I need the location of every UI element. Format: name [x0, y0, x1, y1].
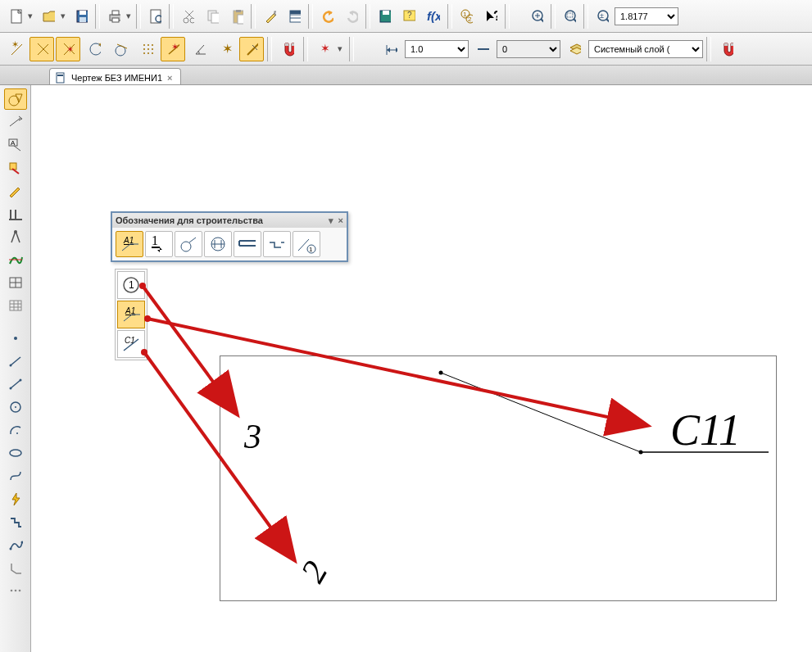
svg-text:1: 1 — [129, 279, 134, 291]
tab-close-button[interactable]: × — [167, 73, 172, 83]
document-tab[interactable]: Чертеж БЕЗ ИМЕНИ1 × — [49, 68, 181, 84]
disk-manager-button[interactable] — [372, 4, 397, 29]
panel-minimize-icon[interactable]: ▾ — [329, 215, 333, 226]
undo-button[interactable] — [315, 4, 339, 29]
open-dropdown[interactable]: ▾ — [61, 11, 69, 21]
line-tool-button[interactable] — [4, 351, 27, 372]
cut-button[interactable] — [175, 4, 200, 29]
snap-point-dropdown[interactable]: ▾ — [338, 43, 346, 54]
paste-button[interactable] — [225, 4, 249, 29]
copy-button[interactable] — [200, 4, 225, 29]
geometry-group-button[interactable] — [4, 88, 27, 110]
line-type-select[interactable]: 0 — [497, 40, 560, 58]
mark-a1-button[interactable]: A1 — [116, 231, 143, 257]
flyout-c1-button[interactable]: C1 — [117, 330, 145, 358]
mark-level-button[interactable]: 1 — [145, 231, 173, 257]
zoom-inout-button[interactable]: ± — [590, 4, 615, 29]
ellipse-tool-button[interactable] — [4, 442, 27, 464]
svg-line-138 — [124, 315, 132, 321]
svg-text:±: ± — [600, 11, 604, 20]
dimension-group-button[interactable] — [4, 111, 27, 133]
zoom-value-input[interactable]: 1.8177 — [615, 7, 678, 25]
print-dropdown[interactable]: ▾ — [126, 11, 134, 21]
svg-point-56 — [147, 44, 149, 46]
svg-line-102 — [11, 380, 20, 388]
open-button[interactable] — [36, 4, 61, 29]
chamfer-button[interactable] — [4, 557, 27, 578]
separator — [95, 4, 100, 29]
new-doc-button[interactable] — [3, 4, 28, 29]
layers-button[interactable] — [562, 37, 587, 61]
dotted-path-button[interactable] — [4, 534, 27, 555]
zoom-window-button[interactable] — [557, 4, 582, 29]
svg-point-61 — [143, 52, 145, 54]
flyout-a1-button[interactable]: A1 — [117, 301, 145, 328]
table-button[interactable] — [4, 272, 27, 293]
snap-endpoint-button[interactable]: ✶ — [3, 37, 28, 61]
fx-button[interactable]: f(x) — [421, 4, 446, 29]
help-popup-button[interactable]: ? — [397, 4, 421, 29]
svg-point-113 — [18, 590, 20, 592]
panel-close-icon[interactable]: × — [338, 215, 343, 226]
segment-tool-button[interactable] — [4, 374, 27, 395]
mark-beam-button[interactable] — [234, 231, 261, 257]
svg-point-110 — [20, 541, 23, 544]
svg-point-111 — [10, 590, 12, 592]
drawing-canvas[interactable]: 3 2 С11 — [31, 85, 812, 652]
print-button[interactable] — [102, 4, 126, 29]
layer-select[interactable]: Системный слой ( — [588, 40, 703, 58]
magnet-button[interactable] — [275, 37, 300, 61]
snap-center-button[interactable]: ✶ — [213, 37, 238, 61]
snap-tangent-button[interactable] — [108, 37, 133, 61]
snap-perpendicular-button[interactable] — [239, 37, 264, 61]
whats-this-button[interactable]: ? — [479, 4, 503, 29]
snap-circle-button[interactable]: ✶ — [82, 37, 107, 61]
dimension-tool-button[interactable] — [379, 37, 403, 61]
grid-button[interactable] — [4, 295, 27, 316]
snap-point-button[interactable]: ✶ — [311, 37, 336, 61]
snap-intersection-button[interactable]: ✶ — [56, 37, 80, 61]
edit-group-button[interactable] — [4, 180, 27, 201]
mark-node-button[interactable] — [175, 231, 202, 257]
svg-rect-2 — [79, 11, 86, 15]
separator — [136, 4, 141, 29]
save-button[interactable] — [69, 4, 93, 29]
panel-titlebar[interactable]: Обозначения для строительства ▾ × — [112, 213, 347, 228]
parallel-button[interactable] — [4, 203, 27, 224]
path-tool-button[interactable] — [4, 511, 27, 532]
line-style-button[interactable] — [470, 37, 495, 61]
point-tool-button[interactable] — [4, 328, 27, 349]
svg-line-54 — [117, 44, 127, 49]
mark-section-button[interactable] — [204, 231, 232, 257]
snap-nearest-button[interactable]: ✶ — [161, 37, 185, 61]
construction-group-button[interactable] — [4, 157, 27, 179]
compass-button[interactable] — [4, 226, 27, 247]
snap-guides-button[interactable] — [29, 37, 54, 61]
construction-marks-panel[interactable]: Обозначения для строительства ▾ × A1 1 1 — [111, 211, 348, 262]
properties-button[interactable] — [282, 4, 306, 29]
annotation-group-button[interactable]: A — [4, 134, 27, 156]
circle-tool-button[interactable] — [4, 396, 27, 418]
mark-link-button[interactable] — [263, 231, 291, 257]
variables-button[interactable]: 12 — [454, 4, 479, 29]
spline-button[interactable] — [4, 249, 27, 270]
snap-grid-button[interactable] — [134, 37, 159, 61]
preview-button[interactable] — [143, 4, 167, 29]
svg-line-13 — [185, 11, 193, 18]
snap-angle-button[interactable] — [187, 37, 211, 61]
flyout-circle1-button[interactable]: 1 — [117, 271, 145, 299]
format-painter-button[interactable] — [257, 4, 282, 29]
svg-point-107 — [16, 432, 18, 434]
arc-tool-button[interactable] — [4, 419, 27, 441]
redo-button[interactable] — [339, 4, 364, 29]
more-tools-button[interactable] — [4, 580, 27, 601]
svg-text:?: ? — [407, 11, 412, 20]
mark-numbered-button[interactable]: 1 — [293, 231, 320, 257]
magnet2-button[interactable] — [714, 37, 739, 61]
svg-text:✶: ✶ — [11, 41, 19, 49]
new-doc-dropdown[interactable]: ▾ — [28, 11, 36, 21]
energy-tool-button[interactable] — [4, 488, 27, 509]
line-weight-select[interactable]: 1.0 — [405, 40, 469, 58]
bezier-tool-button[interactable] — [4, 465, 27, 487]
zoom-in-button[interactable] — [524, 4, 549, 29]
